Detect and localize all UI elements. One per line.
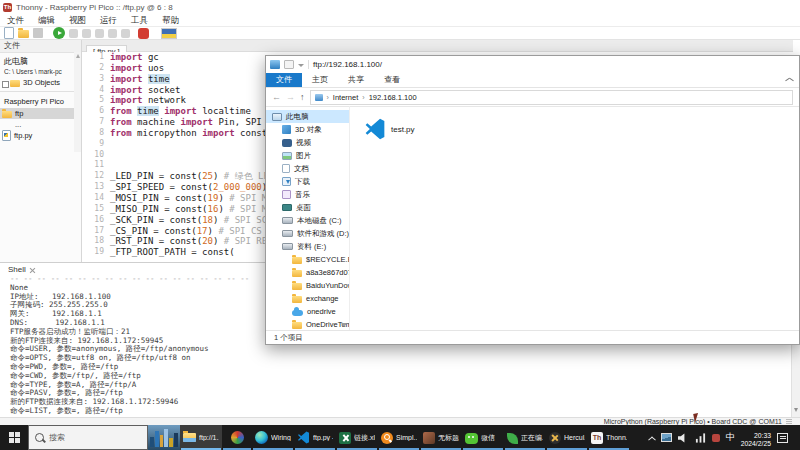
step-into-button[interactable] (95, 29, 104, 38)
nav-item-[interactable]: 桌面 (266, 201, 349, 214)
video-icon (282, 139, 292, 147)
start-button[interactable] (0, 425, 28, 450)
files-panel-item-ftp.py[interactable]: ftp.py (0, 130, 81, 141)
nav-scroll-down-icon[interactable] (341, 323, 347, 327)
menu-item[interactable]: 视图 (62, 14, 93, 27)
code-token: import (110, 63, 143, 73)
nav-item-[interactable]: 图片 (266, 149, 349, 162)
stop-button[interactable] (138, 28, 149, 39)
up-arrow-icon[interactable]: ↑ (300, 88, 305, 106)
files-item-label: 3D Objects (23, 78, 60, 87)
taskbar-button-vscode[interactable]: ftp.py -... (294, 425, 336, 450)
paint-icon (423, 432, 435, 444)
menu-item[interactable]: 帮助 (155, 14, 186, 27)
ribbon-tab-共享[interactable]: 共享 (338, 73, 374, 87)
action-center-icon[interactable] (777, 433, 788, 443)
save-button[interactable] (33, 28, 43, 38)
taskbar-button-label: Thonn... (606, 434, 627, 441)
news-widget-thumbnail[interactable] (148, 425, 180, 450)
nav-item-[interactable]: 音乐 (266, 188, 349, 201)
explorer-address-row: ← → ↑ › Internet › 192.168.1.100 (266, 88, 799, 107)
files-panel-item-3dobjects[interactable]: 3D Objects (0, 77, 81, 88)
ribbon-collapse-icon[interactable] (785, 77, 791, 83)
taskbar-button-swirl[interactable] (222, 425, 252, 450)
nav-item-[interactable]: 视频 (266, 136, 349, 149)
ribbon-tab-主页[interactable]: 主页 (302, 73, 338, 87)
nav-item-d[interactable]: 软件和游戏 (D:) (266, 227, 349, 240)
code-token: 2_000_000 (213, 182, 262, 192)
taskbar-button-magor[interactable]: Simpl... (378, 425, 420, 450)
files-panel-header: 文件 (0, 40, 81, 53)
code-token: _LED_PIN = const( (110, 171, 202, 181)
code-text: from machine import Pin, SPI (110, 117, 262, 128)
files-panel-item-...[interactable]: ... (0, 119, 81, 130)
nav-item-[interactable]: 文档 (266, 162, 349, 175)
taskbar-button-explorer[interactable]: ftp://1... (180, 425, 222, 450)
nav-item-3d[interactable]: 3D 对象 (266, 123, 349, 136)
files-this-pc[interactable]: 此电脑 (4, 56, 79, 67)
step-out-button[interactable] (108, 29, 117, 38)
back-arrow-icon[interactable]: ← (272, 88, 281, 106)
taskbar-button-wechat[interactable]: 微信 (462, 425, 504, 450)
explorer-app-icon (270, 60, 280, 69)
code-token: import (110, 52, 143, 62)
taskbar-button-leaf[interactable]: 正在编... (504, 425, 546, 450)
nav-item-exchange[interactable]: exchange (266, 292, 349, 305)
code-token: 18 (202, 215, 213, 225)
taskbar-button-thonny[interactable]: ThThonn... (588, 425, 630, 450)
taskbar-button-label: 微信 (481, 433, 495, 443)
hidden-icons-chevron-icon[interactable] (648, 434, 655, 441)
item-count: 1 个项目 (274, 333, 303, 343)
menu-item[interactable]: 工具 (124, 14, 155, 27)
line-number: 9 (82, 139, 110, 150)
nav-item-onedrive[interactable]: onedrive (266, 305, 349, 318)
run-button[interactable] (53, 27, 65, 39)
menu-item[interactable]: 运行 (93, 14, 124, 27)
step-over-button[interactable] (82, 29, 91, 38)
nav-item-label: onedrive (307, 307, 336, 316)
taskbar-clock[interactable]: 20:33 2024/2/25 (741, 428, 771, 448)
explorer-file-list[interactable]: test.py (350, 106, 799, 331)
nav-item-c[interactable]: 本地磁盘 (C:) (266, 214, 349, 227)
code-token: 20 (202, 236, 213, 246)
photo-tray-icon[interactable] (661, 433, 672, 442)
nav-item-baiduyundow[interactable]: BaiduYunDow (266, 279, 349, 292)
network-icon[interactable] (695, 433, 706, 443)
files-panel-scrollbar[interactable] (74, 52, 81, 152)
tray-badge-icon[interactable] (712, 434, 720, 442)
taskbar-button-herc[interactable]: Hercul... (546, 425, 588, 450)
breadcrumb-host[interactable]: 192.168.1.100 (369, 93, 417, 102)
debug-button[interactable] (69, 29, 78, 38)
taskbar-button-paint[interactable]: 无标题... (420, 425, 462, 450)
ribbon-tab-查看[interactable]: 查看 (374, 73, 410, 87)
nav-item-[interactable]: 此电脑 (266, 110, 349, 123)
open-folder-button[interactable] (18, 30, 29, 38)
forward-arrow-icon[interactable]: → (286, 88, 295, 106)
files-panel-item-ftp[interactable]: ftp (0, 108, 81, 119)
nav-item-e[interactable]: 资料 (E:) (266, 240, 349, 253)
ribbon-tab-文件[interactable]: 文件 (266, 73, 302, 87)
taskbar-button-excel[interactable]: 链接.xl... (336, 425, 378, 450)
nav-item-$recycle.bin[interactable]: $RECYCLE.BIN (266, 253, 349, 266)
ukraine-flag-button[interactable] (161, 28, 177, 39)
code-text: _LED_PIN = const(25) # 绿色 LED (110, 171, 274, 182)
menu-item[interactable]: 文件 (0, 14, 31, 27)
menu-item[interactable]: 编辑 (31, 14, 62, 27)
taskbar-button-edge[interactable]: Wiring... (252, 425, 294, 450)
clock-date: 2024/2/25 (741, 440, 771, 448)
nav-item-[interactable]: 下载 (266, 175, 349, 188)
taskbar-search-input[interactable]: 搜索 (28, 425, 148, 450)
address-bar[interactable]: › Internet › 192.168.1.100 (310, 90, 794, 105)
explorer-titlebar[interactable]: ftp://192.168.1.100/ (266, 56, 799, 73)
quick-access-icon[interactable] (284, 60, 294, 69)
close-icon[interactable] (30, 267, 36, 273)
file-item-test.py[interactable]: test.py (364, 118, 415, 140)
new-file-button[interactable] (4, 27, 14, 39)
volume-icon[interactable] (678, 433, 689, 443)
breadcrumb-internet[interactable]: Internet (333, 93, 358, 102)
quick-access-dropdown-icon[interactable] (298, 64, 304, 67)
nav-item-a8a3e867d07[interactable]: a8a3e867d07 (266, 266, 349, 279)
resume-button[interactable] (121, 29, 130, 38)
thonny-titlebar[interactable]: Th Thonny - Raspberry Pi Pico :: /ftp.py… (0, 0, 800, 14)
input-method-indicator[interactable]: 中 (726, 425, 735, 450)
